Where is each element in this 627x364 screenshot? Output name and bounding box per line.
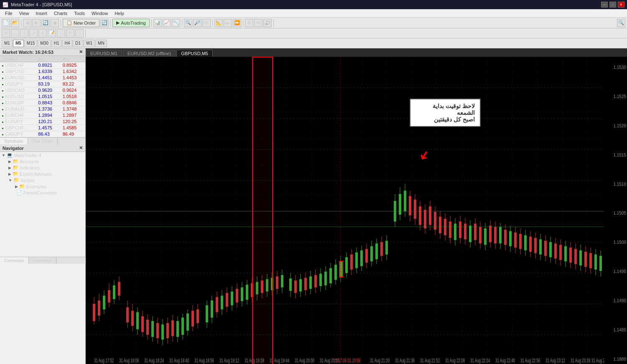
svg-rect-22 — [118, 282, 120, 296]
nav-metatrader4[interactable]: ▼ 💻 MetaTrader 4 — [0, 152, 85, 158]
menu-insert[interactable]: Insert — [32, 11, 51, 16]
market-row-eurjpy[interactable]: ● EURJPY 120.21 120.25 — [0, 119, 85, 125]
market-row-audusd[interactable]: ● AUDUSD 1.0515 1.0518 — [0, 94, 85, 100]
chart-tab-gbpusd-m5[interactable]: GBPUSD,M5 — [176, 50, 213, 57]
menu-help[interactable]: Help — [111, 11, 127, 16]
settings-btn[interactable]: ⚙ — [245, 19, 253, 27]
bid-cell: 0.8921 — [36, 62, 61, 68]
nav-period-converter[interactable]: 📄 PeriodConverter — [0, 190, 85, 196]
market-row-usdjpy[interactable]: ● USDJPY 83.19 83.22 — [0, 81, 85, 87]
period-m15[interactable]: M15 — [24, 40, 37, 47]
svg-text:2017.08.31 20:58: 2017.08.31 20:58 — [334, 357, 360, 364]
market-row-eurchf[interactable]: ● EURCHF 1.2894 1.2897 — [0, 112, 85, 119]
window-controls[interactable]: — □ ✕ — [601, 2, 624, 8]
scroll-btn[interactable]: ⏩ — [233, 19, 241, 27]
menu-tools[interactable]: Tools — [71, 11, 88, 16]
nav-examples[interactable]: ▶ 📁 Examples — [0, 183, 85, 190]
drawing-toolbar: ✛ — | ↗ A 📝 → ✏ □ — [0, 28, 627, 38]
back-btn[interactable]: ◀ — [23, 19, 31, 27]
menu-view[interactable]: View — [16, 11, 33, 16]
tab-favorites[interactable]: Favorites — [29, 257, 56, 264]
market-row-cadjpy[interactable]: ● CADJPY 86.43 86.49 — [0, 131, 85, 137]
svg-rect-78 — [266, 279, 268, 292]
zoom-fit-btn[interactable]: ⊞ — [202, 19, 211, 27]
zoom-in-btn[interactable]: 🔍 — [184, 19, 192, 27]
svg-rect-88 — [294, 281, 297, 293]
nav-expert-advisors[interactable]: ▶ 📁 Expert Advisors — [0, 171, 85, 177]
market-row-eurusd[interactable]: ● EURUSD 1.4451 1.4453 — [0, 75, 85, 81]
maximize-button[interactable]: □ — [609, 2, 616, 8]
refresh-btn[interactable]: 🔄 — [41, 19, 50, 27]
market-row-eurgbp[interactable]: ● EURGBP 0.8843 0.8846 — [0, 100, 85, 106]
period-w1[interactable]: W1 — [84, 40, 95, 47]
chart-tab-eurusd-m2[interactable]: EURUSD,M2 (offline) — [123, 50, 176, 57]
period-h4[interactable]: H4 — [62, 40, 73, 47]
nav-accounts[interactable]: ▶ 📁 Accounts — [0, 158, 85, 164]
ask-cell: 0.8846 — [61, 100, 85, 106]
market-row-gbpusd[interactable]: ● GBPUSD 1.6339 1.6342 — [0, 68, 85, 75]
svg-rect-60 — [221, 296, 223, 309]
tab-symbols[interactable]: Symbols — [0, 138, 28, 144]
market-row-euraud[interactable]: ● EURAUD 1.3736 1.3748 — [0, 106, 85, 112]
vline-btn[interactable]: | — [20, 29, 28, 38]
svg-text:31 Aug 18:08: 31 Aug 18:08 — [119, 357, 139, 364]
menu-charts[interactable]: Charts — [51, 11, 71, 16]
navigator-close[interactable]: ✕ — [79, 145, 83, 151]
tab-tick-chart[interactable]: Tick Chart — [28, 138, 58, 144]
svg-text:31 Aug 18:56: 31 Aug 18:56 — [194, 357, 214, 364]
svg-text:31 Aug 22:08: 31 Aug 22:08 — [445, 357, 465, 364]
zoom-out-btn[interactable]: 🔎 — [193, 19, 201, 27]
market-watch-close[interactable]: ✕ — [79, 49, 83, 55]
menu-file[interactable]: File — [2, 11, 16, 16]
svg-rect-94 — [309, 276, 312, 289]
period-m1[interactable]: M1 — [2, 40, 13, 47]
stop-btn[interactable]: ⏹ — [51, 19, 59, 27]
refresh2-btn[interactable]: 🔄 — [100, 19, 109, 27]
rect-btn[interactable]: □ — [75, 29, 84, 38]
svg-rect-206 — [594, 255, 597, 270]
close-button[interactable]: ✕ — [618, 2, 624, 8]
email-btn[interactable]: ✉ — [254, 19, 263, 27]
col-bid: Bid — [36, 56, 61, 62]
fwd-btn[interactable]: ▶ — [32, 19, 41, 27]
svg-rect-176 — [519, 234, 522, 249]
text-btn[interactable]: A — [38, 29, 47, 38]
label-btn[interactable]: 📝 — [48, 29, 56, 38]
arrow-btn[interactable]: → — [57, 29, 65, 38]
new-btn[interactable]: 📄 — [2, 19, 10, 27]
nav-scripts[interactable]: ▼ 📁 Scripts — [0, 177, 85, 183]
chart-area[interactable]: EURUSD,M1 EURUSD,M2 (offline) GBPUSD,M5 … — [86, 48, 627, 364]
period-mn[interactable]: MN — [95, 40, 107, 47]
svg-rect-80 — [271, 278, 273, 291]
svg-rect-166 — [494, 227, 497, 243]
open-btn[interactable]: 📂 — [11, 19, 19, 27]
period-m5[interactable]: M5 — [13, 40, 24, 47]
period-d1[interactable]: D1 — [73, 40, 83, 47]
news-btn[interactable]: 📰 — [263, 19, 272, 27]
crosshair-btn[interactable]: ✛ — [2, 29, 10, 38]
market-row-usdcad[interactable]: ● USDCAD 0.9620 0.9624 — [0, 87, 85, 94]
pen-btn[interactable]: ✏ — [66, 29, 74, 38]
menu-window[interactable]: Window — [88, 11, 111, 16]
svg-rect-160 — [479, 227, 482, 243]
period-sep-btn[interactable]: ⏭ — [224, 19, 232, 27]
chart-area-btn[interactable]: 📉 — [172, 19, 180, 27]
market-row-gbpchf[interactable]: ● GBPCHF 1.4575 1.4585 — [0, 125, 85, 131]
svg-rect-136 — [419, 206, 421, 225]
search-btn[interactable]: 🔍 — [617, 19, 625, 27]
chart-line-btn[interactable]: 📈 — [163, 19, 171, 27]
chart-bar-btn[interactable]: 📊 — [153, 19, 162, 27]
hline-btn[interactable]: — — [11, 29, 19, 38]
chart-canvas[interactable]: GBPUSD,M5 1.1907 1.1908 1.1907 1.1908 1.… — [86, 57, 627, 364]
period-h1[interactable]: H1 — [51, 40, 62, 47]
market-row-usdchf[interactable]: ● USDCHF 0.8921 0.8925 — [0, 62, 85, 68]
chart-tab-eurusd-m1[interactable]: EURUSD,M1 — [86, 50, 122, 57]
minimize-button[interactable]: — — [601, 2, 608, 8]
tab-common[interactable]: Common — [0, 257, 29, 264]
indicator-btn[interactable]: 📐 — [214, 19, 223, 27]
trend-btn[interactable]: ↗ — [29, 29, 38, 38]
new-order-button[interactable]: 📋 New Order — [63, 19, 99, 27]
period-m30[interactable]: M30 — [38, 40, 51, 47]
nav-indicators[interactable]: ▶ 📁 Indicators — [0, 164, 85, 171]
autotrading-button[interactable]: ▶ AutoTrading — [112, 19, 150, 27]
